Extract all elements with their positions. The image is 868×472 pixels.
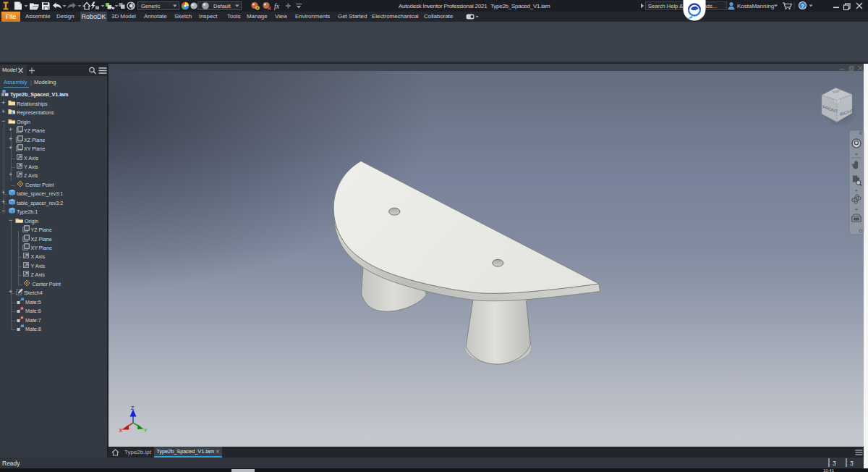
svg-text:Default: Default: [213, 3, 231, 9]
svg-text:fx: fx: [274, 2, 280, 10]
svg-text:Y: Y: [144, 428, 148, 433]
svg-text:X: X: [119, 428, 123, 433]
svg-text:Z: Z: [131, 405, 135, 410]
svg-text:?: ?: [801, 3, 804, 9]
svg-text:KostaManning: KostaManning: [737, 3, 774, 9]
svg-text:Generic: Generic: [141, 3, 161, 9]
